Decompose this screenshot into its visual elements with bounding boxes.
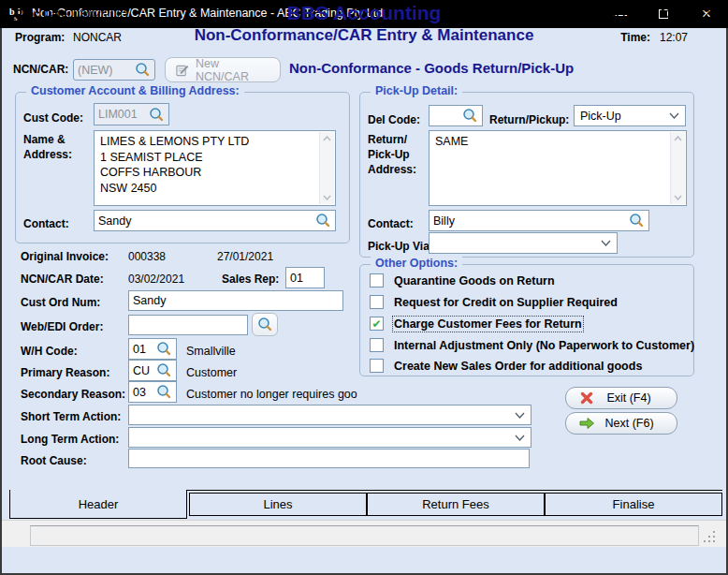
long-term-action-label: Long Term Action:: [21, 433, 119, 446]
wh-code-description: Smallville: [186, 345, 236, 358]
wh-code-label: W/H Code:: [21, 345, 78, 358]
short-term-action-dropdown[interactable]: [128, 405, 531, 425]
pickup-contact-value: Billy: [433, 214, 455, 228]
resize-grip-icon[interactable]: [713, 540, 715, 542]
pickup-contact-field[interactable]: Billy: [429, 210, 649, 231]
status-bar: [2, 520, 726, 547]
web-edi-order-label: Web/EDI Order:: [21, 320, 103, 333]
request-credit-checkbox[interactable]: [370, 295, 384, 309]
cust-code-label: Cust Code:: [23, 111, 83, 125]
ncn-car-lookup-field[interactable]: (NEW): [73, 59, 155, 81]
tab-finalise-label: Finalise: [613, 497, 655, 511]
ncn-car-value: (NEW): [78, 64, 113, 77]
scroll-up-icon[interactable]: [323, 136, 331, 141]
magnifier-icon[interactable]: [156, 384, 172, 400]
quarantine-checkbox[interactable]: [370, 273, 384, 288]
actual-date-label: Actual Date:: [519, 7, 650, 21]
name-address-label: Name & Address:: [23, 132, 72, 162]
other-options-title: Other Options:: [371, 257, 462, 270]
chevron-down-icon: [669, 112, 679, 119]
pickup-via-dropdown[interactable]: [429, 232, 618, 254]
magnifier-icon[interactable]: [156, 341, 172, 357]
name-address-textarea[interactable]: LIMES & LEMONS PTY LTD 1 SEAMIST PLACE C…: [94, 130, 336, 206]
other-options-groupbox: Other Options: Quarantine Goods on Retur…: [359, 264, 694, 376]
checkmark-icon: ✔: [371, 318, 381, 330]
pickup-via-label: Pick-Up Via:: [368, 240, 433, 253]
internal-adjustment-checkbox-label[interactable]: Internal Adjustment Only (No Paperwork t…: [394, 339, 694, 352]
cust-ord-num-input[interactable]: [128, 290, 343, 311]
secondary-reason-value: 03: [133, 386, 146, 399]
customer-groupbox-title: Customer Account & Billing Address:: [26, 84, 244, 97]
tab-return-fees[interactable]: Return Fees: [367, 493, 545, 516]
status-panel: [30, 525, 699, 546]
quarantine-checkbox-label[interactable]: Quarantine Goods on Return: [394, 274, 555, 288]
sales-rep-input[interactable]: [285, 267, 325, 288]
magnifier-icon[interactable]: [149, 107, 165, 123]
original-invoice-label: Original Invoice:: [21, 250, 109, 263]
new-ncn-car-label: New NCN/CAR: [196, 57, 270, 83]
wh-code-value: 01: [133, 343, 146, 356]
secondary-reason-label: Secondary Reason:: [21, 388, 125, 401]
next-button[interactable]: Next (F6): [565, 412, 677, 435]
pickup-address-label: Return/ Pick-Up Address:: [368, 132, 416, 177]
next-arrow-icon: [579, 417, 595, 430]
customer-contact-field[interactable]: Sandy: [94, 210, 336, 231]
original-invoice-date: 27/01/2021: [217, 250, 273, 263]
tab-lines[interactable]: Lines: [189, 493, 367, 516]
cust-code-value: LIM001: [98, 108, 138, 121]
ncn-date-label: NCN/CAR Date:: [21, 273, 104, 286]
exit-x-icon: [579, 391, 594, 405]
wh-code-field[interactable]: 01: [128, 338, 177, 360]
charge-fees-checkbox-label[interactable]: Charge Customer Fees for Return: [394, 317, 582, 331]
cust-ord-num-label: Cust Ord Num:: [21, 296, 100, 309]
magnifier-icon: [257, 317, 273, 332]
tab-finalise[interactable]: Finalise: [545, 493, 722, 516]
magnifier-icon[interactable]: [156, 362, 172, 378]
customer-groupbox: Customer Account & Billing Address: Cust…: [15, 92, 350, 243]
charge-fees-checkbox[interactable]: ✔: [370, 317, 384, 331]
web-edi-order-input[interactable]: [128, 315, 248, 335]
return-pickup-label: Return/Pickup:: [489, 113, 569, 126]
primary-reason-description: Customer: [186, 366, 237, 379]
scrollbar[interactable]: [319, 132, 334, 204]
cust-code-field[interactable]: LIM001: [94, 103, 169, 125]
secondary-reason-field[interactable]: 03: [128, 381, 177, 403]
new-ncn-car-button[interactable]: New NCN/CAR: [165, 57, 281, 82]
primary-reason-field[interactable]: CU: [128, 360, 177, 381]
long-term-action-dropdown[interactable]: [128, 427, 531, 448]
chevron-down-icon: [515, 412, 525, 419]
name-address-value: LIMES & LEMONS PTY LTD 1 SEAMIST PLACE C…: [100, 134, 316, 196]
customer-contact-value: Sandy: [98, 214, 131, 228]
tab-return-fees-label: Return Fees: [422, 497, 489, 511]
scroll-down-icon[interactable]: [323, 195, 331, 200]
del-code-label: Del Code:: [368, 113, 420, 126]
magnifier-icon[interactable]: [629, 213, 645, 229]
del-code-field[interactable]: [429, 105, 483, 126]
web-edi-lookup-button[interactable]: [252, 313, 278, 336]
scroll-down-icon[interactable]: [674, 195, 682, 200]
magnifier-icon[interactable]: [315, 213, 331, 229]
chevron-down-icon: [601, 240, 611, 246]
original-invoice-number: 000338: [128, 250, 166, 263]
pickup-address-textarea[interactable]: SAME: [429, 130, 687, 206]
new-document-icon: [175, 63, 189, 78]
magnifier-icon[interactable]: [135, 62, 151, 78]
chevron-down-icon: [515, 435, 525, 441]
time-label: Time:: [519, 31, 650, 44]
scroll-up-icon[interactable]: [674, 136, 682, 141]
primary-reason-value: CU: [133, 364, 150, 377]
create-sales-order-checkbox-label[interactable]: Create New Sales Order for additional go…: [394, 360, 642, 373]
root-cause-input[interactable]: [128, 449, 530, 468]
tab-header[interactable]: Header: [9, 490, 187, 519]
internal-adjustment-checkbox[interactable]: [370, 338, 384, 352]
magnifier-icon[interactable]: [462, 108, 478, 124]
exit-button[interactable]: Exit (F4): [565, 387, 677, 409]
scrollbar[interactable]: [670, 132, 685, 204]
customer-contact-label: Contact:: [23, 217, 69, 230]
create-sales-order-checkbox[interactable]: [370, 359, 384, 373]
secondary-reason-description: Customer no longer requires goo: [186, 388, 357, 401]
primary-reason-label: Primary Reason:: [21, 366, 109, 379]
return-pickup-dropdown[interactable]: Pick-Up: [574, 105, 686, 126]
request-credit-checkbox-label[interactable]: Request for Credit on Supplier Required: [394, 296, 618, 309]
return-pickup-value: Pick-Up: [580, 110, 621, 123]
